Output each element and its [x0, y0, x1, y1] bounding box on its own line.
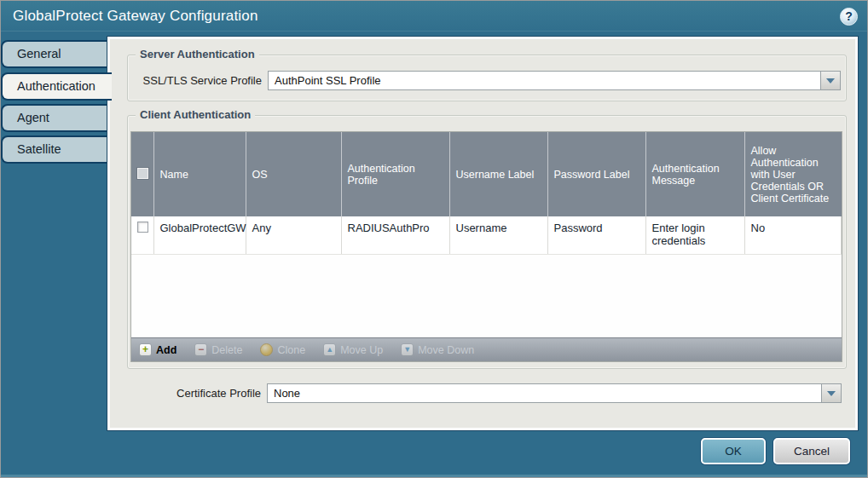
page-title: GlobalProtect Gateway Configuration — [1, 1, 867, 31]
move-up-button[interactable]: Move Up — [323, 343, 383, 356]
ssl-tls-service-profile-label: SSL/TLS Service Profile — [128, 74, 268, 87]
sidebar-item-general[interactable]: General — [1, 40, 108, 68]
empty-rows-area — [131, 255, 842, 338]
column-header-password-label[interactable]: Password Label — [547, 132, 645, 216]
clone-icon — [260, 343, 273, 356]
table-row[interactable]: GlobalProtectGW Any RADIUSAuthPro Userna… — [131, 216, 842, 254]
certificate-profile-value[interactable]: None — [268, 384, 821, 402]
arrow-up-icon — [323, 343, 336, 356]
delete-button[interactable]: Delete — [194, 343, 242, 356]
ssl-tls-service-profile-dropdown[interactable]: AuthPoint SSL Profile — [268, 71, 841, 90]
column-header-os[interactable]: OS — [246, 132, 341, 216]
cancel-button[interactable]: Cancel — [773, 438, 850, 464]
move-down-button[interactable]: Move Down — [401, 343, 474, 356]
cell-os[interactable]: Any — [246, 216, 341, 254]
client-authentication-fieldset: Client Authentication Name OS Authentica… — [127, 115, 847, 369]
column-header-username-label[interactable]: Username Label — [449, 132, 547, 216]
content-panel: Server Authentication SSL/TLS Service Pr… — [107, 37, 858, 430]
chevron-down-icon[interactable] — [820, 72, 840, 89]
column-header-authentication-profile[interactable]: Authentication Profile — [341, 132, 449, 216]
column-header-name[interactable]: Name — [153, 132, 246, 216]
sidebar-item-authentication[interactable]: Authentication — [1, 72, 112, 101]
server-authentication-fieldset: Server Authentication SSL/TLS Service Pr… — [127, 55, 847, 101]
cell-name[interactable]: GlobalProtectGW — [153, 216, 246, 254]
certificate-profile-label: Certificate Profile — [127, 387, 267, 400]
column-header-authentication-message[interactable]: Authentication Message — [645, 132, 744, 216]
cell-authentication-message[interactable]: Enter login credentials — [645, 216, 744, 254]
client-auth-table: Name OS Authentication Profile Username … — [131, 132, 842, 255]
grid-toolbar: Add Delete Clone Move Up — [131, 337, 842, 361]
sidebar-item-satellite[interactable]: Satellite — [1, 135, 108, 164]
column-header-allow-authentication[interactable]: Allow Authentication with User Credentia… — [744, 132, 842, 216]
cell-password-label[interactable]: Password — [547, 216, 645, 254]
add-button[interactable]: Add — [139, 343, 176, 356]
titlebar: GlobalProtect Gateway Configuration — [1, 1, 867, 32]
table-header-row: Name OS Authentication Profile Username … — [131, 132, 842, 216]
plus-icon — [139, 343, 152, 356]
server-authentication-legend: Server Authentication — [136, 48, 259, 60]
cell-username-label[interactable]: Username — [449, 216, 547, 254]
clone-button[interactable]: Clone — [260, 343, 305, 356]
row-checkbox[interactable] — [137, 222, 148, 233]
arrow-down-icon — [401, 343, 414, 356]
select-all-checkbox[interactable] — [137, 168, 148, 179]
globalprotect-gateway-dialog: GlobalProtect Gateway Configuration ? Ge… — [0, 0, 868, 478]
cell-allow-authentication[interactable]: No — [744, 216, 842, 254]
client-authentication-legend: Client Authentication — [136, 108, 255, 121]
cell-authentication-profile[interactable]: RADIUSAuthPro — [341, 216, 449, 254]
client-auth-grid: Name OS Authentication Profile Username … — [130, 131, 842, 362]
ok-button[interactable]: OK — [701, 438, 766, 464]
minus-icon — [194, 343, 207, 356]
ssl-tls-service-profile-value[interactable]: AuthPoint SSL Profile — [269, 72, 820, 89]
chevron-down-icon[interactable] — [821, 384, 841, 402]
certificate-profile-dropdown[interactable]: None — [267, 383, 842, 403]
help-icon[interactable]: ? — [840, 8, 858, 26]
sidebar-item-agent[interactable]: Agent — [1, 104, 108, 132]
